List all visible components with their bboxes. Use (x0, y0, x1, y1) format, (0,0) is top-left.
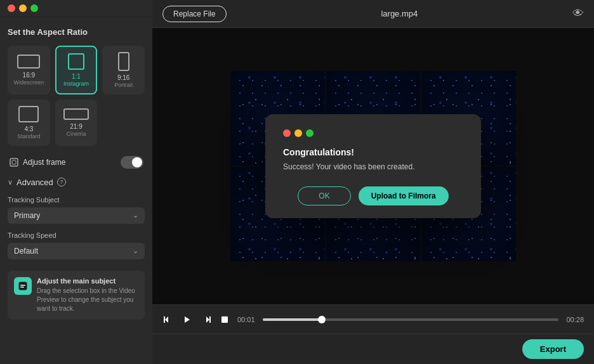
aspect-placeholder (102, 100, 145, 146)
minimize-dot[interactable] (19, 4, 27, 12)
modal-buttons: OK Upload to Filmora (283, 186, 463, 205)
help-icon[interactable]: ? (57, 178, 66, 186)
upload-to-filmora-button[interactable]: Upload to Filmora (359, 186, 449, 205)
aspect-label-9-16: 9:16 (117, 74, 129, 82)
aspect-sublabel-21-9: Cinema (66, 131, 86, 137)
aspect-item-4-3[interactable]: 4:3 Standard (8, 100, 50, 146)
svg-rect-9 (209, 316, 211, 323)
adjust-frame-label: Adjust frame (9, 157, 65, 167)
sidebar: Set the Aspect Ratio 16:9 Widescreen 1:1… (0, 17, 152, 364)
play-button[interactable] (182, 314, 193, 325)
aspect-icon-1-1 (68, 53, 84, 70)
ok-button[interactable]: OK (298, 186, 350, 205)
aspect-sublabel-1-1: Instagram (63, 81, 89, 87)
hint-title: Adjust the main subject (37, 277, 138, 285)
tracking-speed-dropdown[interactable]: Default ⌄ (8, 243, 145, 259)
svg-rect-1 (12, 160, 16, 164)
aspect-item-21-9[interactable]: 21:9 Cinema (55, 100, 98, 146)
advanced-chevron: ∨ (8, 178, 13, 186)
tracking-subject-value: Primary (14, 211, 40, 220)
adjust-frame-row: Adjust frame (8, 156, 145, 169)
frame-icon (9, 157, 19, 167)
close-dot[interactable] (8, 4, 15, 12)
window-chrome (0, 0, 152, 17)
player-bar: 00:01 00:28 (152, 304, 594, 334)
svg-rect-6 (164, 316, 165, 323)
svg-rect-3 (20, 285, 25, 286)
hint-box: Adjust the main subject Drag the selecti… (8, 271, 145, 320)
adjust-frame-toggle[interactable] (121, 156, 143, 169)
tracking-subject-label: Tracking Subject (8, 196, 145, 204)
toggle-knob (132, 157, 142, 167)
aspect-ratio-grid: 16:9 Widescreen 1:1 Instagram 9:16 Portr… (8, 46, 145, 94)
progress-fill (263, 318, 322, 321)
step-forward-button[interactable] (201, 314, 212, 325)
aspect-item-16-9[interactable]: 16:9 Widescreen (8, 46, 50, 94)
modal-overlay: Congratulations! Success! Your video has… (152, 28, 594, 304)
hint-text-block: Adjust the main subject Drag the selecti… (37, 277, 138, 313)
aspect-icon-16-9 (17, 55, 40, 68)
tracking-speed-value: Default (14, 247, 38, 256)
modal-message: Success! Your video has been created. (283, 162, 463, 171)
aspect-item-1-1[interactable]: 1:1 Instagram (55, 46, 98, 94)
tracking-speed-chevron: ⌄ (133, 247, 138, 255)
tracking-speed-label: Tracking Speed (8, 231, 145, 239)
tracking-subject-chevron: ⌄ (133, 211, 138, 219)
advanced-row[interactable]: ∨ Advanced ? (8, 178, 145, 187)
aspect-icon-4-3 (18, 106, 39, 122)
modal-title: Congratulations! (283, 147, 463, 157)
adjust-frame-text: Adjust frame (23, 158, 65, 167)
aspect-sublabel-9-16: Portrait (114, 82, 133, 88)
progress-bar[interactable] (263, 318, 559, 321)
aspect-sublabel-16-9: Widescreen (14, 79, 44, 86)
replace-file-button[interactable]: Replace File (162, 6, 227, 22)
export-bar: Export (152, 334, 594, 364)
modal-minimize-dot[interactable] (294, 129, 302, 137)
modal-traffic-lights (283, 129, 463, 137)
aspect-label-4-3: 4:3 (24, 125, 33, 133)
stop-button[interactable] (220, 315, 230, 325)
eye-icon[interactable]: 👁 (572, 7, 584, 20)
main-area: Replace File large.mp4 👁 Congratulations… (152, 0, 594, 364)
svg-marker-7 (185, 316, 190, 323)
video-preview: Congratulations! Success! Your video has… (152, 28, 594, 304)
svg-rect-4 (20, 287, 24, 288)
modal-close-dot[interactable] (283, 129, 291, 137)
svg-marker-8 (206, 316, 209, 323)
top-bar: Replace File large.mp4 👁 (152, 0, 594, 28)
aspect-label-21-9: 21:9 (70, 122, 82, 131)
advanced-label: Advanced (16, 178, 53, 187)
hint-icon (14, 277, 32, 295)
sidebar-title: Set the Aspect Ratio (8, 27, 145, 37)
tracking-subject-dropdown[interactable]: Primary ⌄ (8, 207, 145, 224)
svg-rect-10 (221, 316, 228, 323)
svg-rect-0 (10, 159, 18, 166)
aspect-icon-21-9 (63, 108, 89, 120)
congratulations-modal: Congratulations! Success! Your video has… (265, 114, 481, 218)
maximize-dot[interactable] (30, 4, 38, 12)
total-time: 00:28 (566, 316, 584, 323)
modal-maximize-dot[interactable] (306, 129, 314, 137)
aspect-label-16-9: 16:9 (23, 71, 35, 79)
aspect-icon-9-16 (118, 52, 129, 71)
file-name: large.mp4 (381, 9, 418, 18)
svg-rect-2 (19, 282, 27, 290)
aspect-label-1-1: 1:1 (72, 72, 81, 81)
aspect-item-9-16[interactable]: 9:16 Portrait (102, 46, 145, 94)
aspect-sublabel-4-3: Standard (17, 133, 41, 140)
aspect-ratio-grid-2: 4:3 Standard 21:9 Cinema (8, 100, 145, 146)
export-button[interactable]: Export (522, 339, 584, 359)
svg-marker-5 (165, 316, 168, 323)
hint-description: Drag the selection box in the Video Prev… (37, 287, 138, 313)
progress-thumb (318, 316, 326, 323)
step-back-button[interactable] (162, 314, 174, 325)
current-time: 00:01 (237, 316, 255, 323)
